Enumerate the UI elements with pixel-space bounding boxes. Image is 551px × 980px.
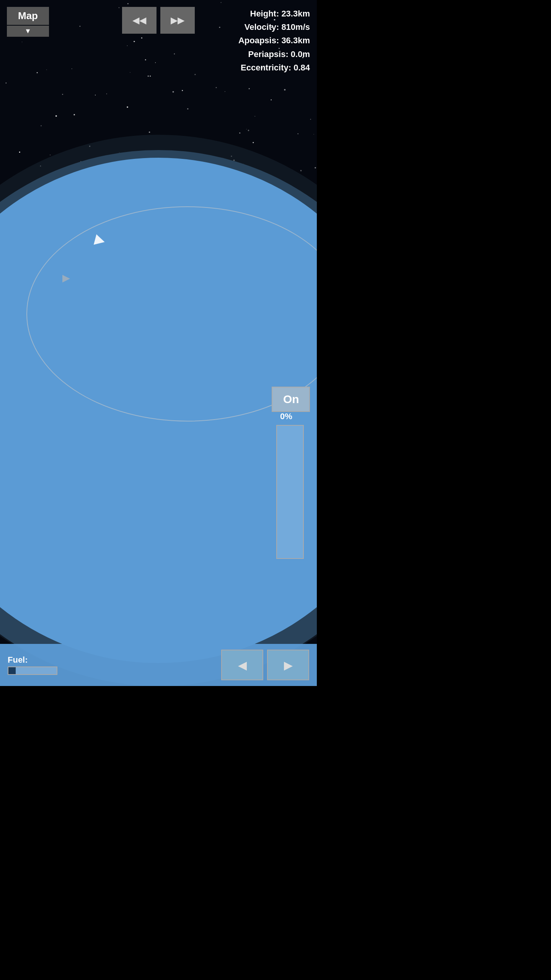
- bottom-time-controls: ◀ ▶: [221, 650, 309, 680]
- periapsis-stat: Periapsis: 0.0m: [238, 47, 310, 61]
- fuel-section: Fuel:: [8, 655, 57, 675]
- orbit-path: [0, 0, 317, 686]
- rewind-button-bottom[interactable]: ◀: [221, 650, 263, 680]
- play-button-bottom[interactable]: ▶: [267, 650, 309, 680]
- height-stat: Height: 23.3km: [238, 7, 310, 20]
- eccentricity-stat: Eccentricity: 0.84: [238, 61, 310, 74]
- velocity-stat: Velocity: 810m/s: [238, 20, 310, 34]
- periapsis-marker: [62, 275, 70, 283]
- engine-on-button[interactable]: On: [272, 387, 310, 412]
- map-dropdown-arrow[interactable]: ▼: [7, 26, 49, 37]
- apoapsis-stat: Apoapsis: 36.3km: [238, 34, 310, 47]
- bottom-bar: Fuel: ◀ ▶: [0, 644, 317, 686]
- top-time-controls: ◀◀ ▶▶: [122, 7, 195, 34]
- throttle-label: 0%: [267, 412, 305, 421]
- fuel-bar-fill: [8, 667, 16, 674]
- fuel-label: Fuel:: [8, 655, 57, 665]
- map-button[interactable]: Map: [7, 7, 49, 25]
- fuel-bar-track: [8, 666, 57, 675]
- map-button-container: Map ▼: [7, 7, 49, 37]
- throttle-container: [275, 425, 305, 559]
- stats-panel: Height: 23.3km Velocity: 810m/s Apoapsis…: [238, 7, 310, 74]
- fastforward-button-top[interactable]: ▶▶: [160, 7, 195, 34]
- throttle-track[interactable]: [276, 425, 304, 559]
- rewind-button-top[interactable]: ◀◀: [122, 7, 156, 34]
